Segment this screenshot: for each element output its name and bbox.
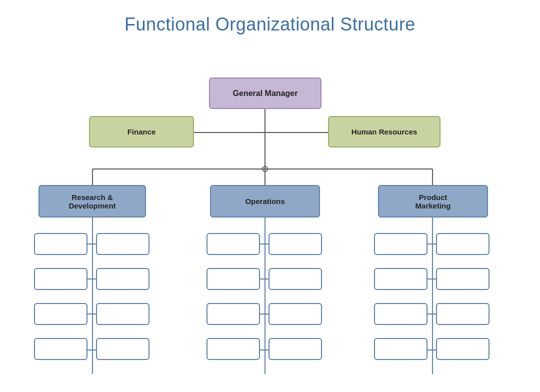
rd-left-2 xyxy=(34,268,88,290)
pm-left-3 xyxy=(374,303,428,325)
rd-left-4 xyxy=(34,338,88,360)
rd-right-2 xyxy=(96,268,150,290)
pm-right-3 xyxy=(436,303,490,325)
human-resources-box: Human Resources xyxy=(328,116,440,148)
rd-left-1 xyxy=(34,233,88,255)
rd-left-3 xyxy=(34,303,88,325)
finance-box: Finance xyxy=(89,116,194,148)
pm-left-1 xyxy=(374,233,428,255)
ops-left-1 xyxy=(206,233,260,255)
operations-box: Operations xyxy=(210,185,320,218)
ops-right-1 xyxy=(268,233,322,255)
ops-left-4 xyxy=(206,338,260,360)
rd-right-4 xyxy=(96,338,150,360)
research-development-box: Research & Development xyxy=(38,185,146,218)
svg-point-6 xyxy=(262,166,268,172)
pm-left-4 xyxy=(374,338,428,360)
ops-left-2 xyxy=(206,268,260,290)
ops-left-3 xyxy=(206,303,260,325)
pm-right-2 xyxy=(436,268,490,290)
rd-right-3 xyxy=(96,303,150,325)
pm-right-4 xyxy=(436,338,490,360)
pm-right-1 xyxy=(436,233,490,255)
ops-right-4 xyxy=(268,338,322,360)
page: Functional Organizational Structure xyxy=(0,0,540,392)
ops-right-2 xyxy=(268,268,322,290)
general-manager-box: General Manager xyxy=(209,78,322,109)
rd-right-1 xyxy=(96,233,150,255)
pm-left-2 xyxy=(374,268,428,290)
product-marketing-box: Product Marketing xyxy=(378,185,488,218)
ops-right-3 xyxy=(268,303,322,325)
page-title: Functional Organizational Structure xyxy=(0,0,540,35)
